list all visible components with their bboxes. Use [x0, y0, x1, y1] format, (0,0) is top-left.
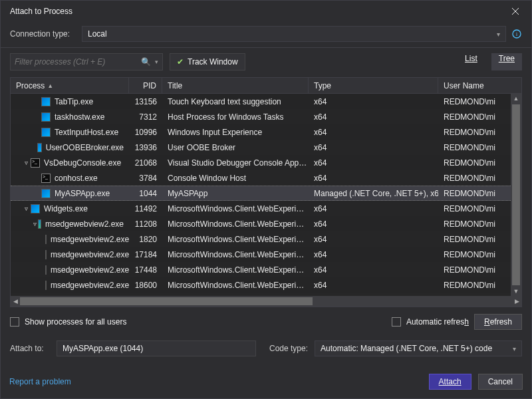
- table-row[interactable]: msedgewebview2.exe1820MicrosoftWindows.C…: [11, 231, 521, 247]
- info-icon[interactable]: i: [511, 29, 522, 39]
- column-type[interactable]: Type: [309, 78, 438, 93]
- column-user[interactable]: User Name: [438, 78, 511, 93]
- title-cell: MicrosoftWindows.Client.WebExperi…: [162, 216, 309, 231]
- pid-cell: 21068: [129, 155, 162, 170]
- pid-cell: 1044: [129, 186, 162, 200]
- table-row[interactable]: taskhostw.exe7312Host Process for Window…: [11, 109, 521, 124]
- attach-to-field[interactable]: MyASPApp.exe (1044): [57, 340, 256, 356]
- type-cell: x64: [309, 124, 438, 140]
- table-row[interactable]: ▿msedgewebview2.exe11208MicrosoftWindows…: [11, 216, 521, 231]
- close-button[interactable]: [506, 4, 525, 19]
- user-cell: REDMOND\mi: [438, 140, 511, 155]
- process-name: Widgets.exe: [44, 204, 88, 213]
- report-problem-link[interactable]: Report a problem: [9, 377, 71, 386]
- scroll-down-icon[interactable]: ▼: [511, 287, 521, 296]
- tree-toggle-icon[interactable]: ▿: [23, 205, 29, 212]
- attach-button[interactable]: Attach: [429, 374, 471, 390]
- pid-cell: 11208: [129, 216, 162, 231]
- tree-toggle-icon[interactable]: ▿: [23, 159, 29, 166]
- title-cell: MyASPApp: [162, 186, 309, 200]
- search-icon: 🔍: [141, 57, 151, 66]
- table-row[interactable]: msedgewebview2.exe17184MicrosoftWindows.…: [11, 247, 521, 262]
- process-name: MyASPApp.exe: [55, 189, 110, 198]
- grid-header: Process ▲ PID Title Type User Name: [11, 78, 521, 94]
- scroll-thumb[interactable]: [20, 297, 313, 305]
- process-cell: ▿VsDebugConsole.exe: [11, 155, 129, 170]
- pid-cell: 13156: [129, 94, 162, 109]
- process-icon: [45, 250, 47, 259]
- sort-asc-icon: ▲: [47, 82, 53, 89]
- connection-type-value: Local: [88, 29, 107, 39]
- show-all-users-checkbox[interactable]: [10, 317, 19, 327]
- process-cell: msedgewebview2.exe: [11, 247, 129, 262]
- attach-to-value: MyASPApp.exe (1044): [63, 344, 143, 353]
- vertical-scrollbar[interactable]: ▲ ▼: [511, 94, 521, 296]
- process-name: msedgewebview2.exe: [51, 281, 129, 290]
- pid-cell: 17184: [129, 247, 162, 262]
- list-view-button[interactable]: List: [458, 53, 485, 70]
- process-icon: [41, 97, 51, 106]
- column-title[interactable]: Title: [162, 78, 309, 93]
- table-row[interactable]: msedgewebview2.exe17448MicrosoftWindows.…: [11, 262, 521, 277]
- grid-body[interactable]: TabTip.exe13156Touch Keyboard text sugge…: [11, 94, 521, 296]
- cancel-button[interactable]: Cancel: [478, 374, 523, 390]
- table-row[interactable]: conhost.exe3784Console Window Hostx64RED…: [11, 170, 521, 186]
- process-icon: [41, 174, 51, 183]
- code-type-value: Automatic: Managed (.NET Core, .NET 5+) …: [321, 344, 492, 353]
- table-row[interactable]: TabTip.exe13156Touch Keyboard text sugge…: [11, 94, 521, 109]
- scroll-up-icon[interactable]: ▲: [511, 94, 521, 103]
- track-window-button[interactable]: ✔ Track Window: [170, 53, 245, 70]
- tree-toggle-icon[interactable]: ▿: [33, 220, 37, 227]
- auto-refresh-checkbox[interactable]: [392, 317, 401, 327]
- tree-view-button[interactable]: Tree: [491, 53, 522, 70]
- svg-text:i: i: [516, 31, 518, 37]
- column-process[interactable]: Process ▲: [11, 78, 129, 93]
- process-cell: msedgewebview2.exe: [11, 262, 129, 277]
- horizontal-scrollbar[interactable]: ◀ ▶: [11, 296, 521, 307]
- check-icon: ✔: [177, 57, 184, 66]
- process-name: taskhostw.exe: [55, 112, 104, 122]
- table-row[interactable]: TextInputHost.exe10996Windows Input Expe…: [11, 124, 521, 140]
- attach-to-label: Attach to:: [10, 344, 50, 353]
- titlebar: Attach to Process: [1, 1, 531, 22]
- title-cell: Console Window Host: [162, 170, 309, 186]
- scroll-right-icon[interactable]: ▶: [512, 298, 521, 305]
- process-icon: [38, 219, 41, 229]
- type-cell: x64: [309, 231, 438, 247]
- scroll-thumb[interactable]: [512, 104, 520, 285]
- process-cell: TextInputHost.exe: [11, 124, 129, 140]
- options-row: Show processes for all users Automatic r…: [1, 307, 531, 336]
- table-row[interactable]: ▿VsDebugConsole.exe21068Visual Studio De…: [11, 155, 521, 170]
- table-row[interactable]: msedgewebview2.exe18600MicrosoftWindows.…: [11, 277, 521, 293]
- table-row[interactable]: UserOOBEBroker.exe13936User OOBE Brokerx…: [11, 140, 521, 155]
- process-cell: ▿Widgets.exe: [11, 201, 129, 216]
- toolbar: 🔍 ▾ ✔ Track Window List Tree: [1, 49, 531, 74]
- type-cell: x64: [309, 201, 438, 216]
- user-cell: REDMOND\mi: [438, 247, 511, 262]
- filter-input[interactable]: [15, 57, 137, 66]
- title-cell: MicrosoftWindows.Client.WebExperi…: [162, 277, 309, 293]
- code-type-combo[interactable]: Automatic: Managed (.NET Core, .NET 5+) …: [315, 340, 522, 356]
- process-name: VsDebugConsole.exe: [44, 158, 121, 168]
- scroll-left-icon[interactable]: ◀: [11, 298, 20, 305]
- process-name: msedgewebview2.exe: [51, 235, 129, 244]
- process-name: TabTip.exe: [55, 97, 93, 106]
- user-cell: REDMOND\mi: [438, 124, 511, 140]
- title-cell: MicrosoftWindows.Client.WebExperi…: [162, 231, 309, 247]
- code-type-label: Code type:: [269, 344, 308, 353]
- table-row[interactable]: ▿Widgets.exe11492MicrosoftWindows.Client…: [11, 201, 521, 216]
- filter-box[interactable]: 🔍 ▾: [10, 53, 163, 70]
- pid-cell: 3784: [129, 170, 162, 186]
- user-cell: REDMOND\mi: [438, 186, 511, 200]
- connection-type-combo[interactable]: Local ▾: [82, 26, 506, 42]
- process-cell: msedgewebview2.exe: [11, 277, 129, 293]
- column-pid[interactable]: PID: [129, 78, 162, 93]
- chevron-down-icon[interactable]: ▾: [155, 59, 158, 65]
- title-cell: Touch Keyboard text suggestion: [162, 94, 309, 109]
- process-cell: TabTip.exe: [11, 94, 129, 109]
- user-cell: REDMOND\mi: [438, 109, 511, 124]
- refresh-button[interactable]: Refresh: [474, 314, 522, 330]
- process-name: conhost.exe: [55, 174, 98, 183]
- table-row[interactable]: MyASPApp.exe1044MyASPAppManaged (.NET Co…: [11, 186, 521, 201]
- auto-refresh-label: Automatic refresh: [406, 317, 469, 327]
